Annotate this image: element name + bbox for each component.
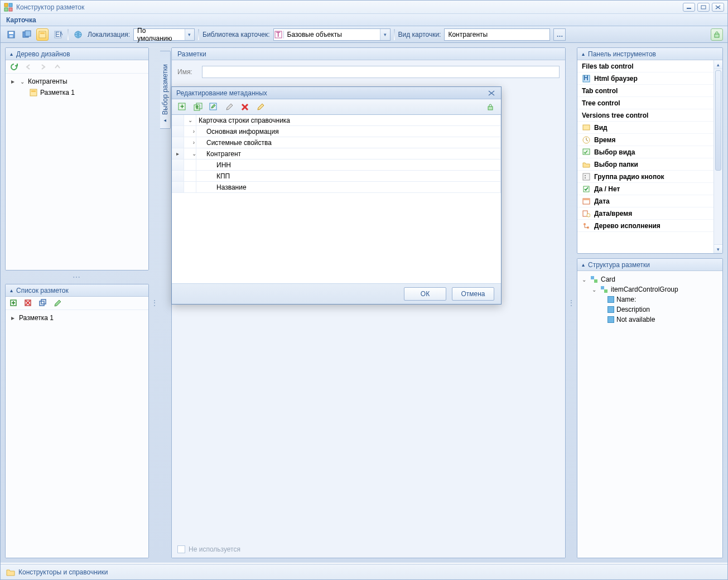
tree-toggle[interactable]: ⌄: [581, 277, 587, 283]
delete-layout-icon[interactable]: [23, 298, 33, 308]
toolbox-item[interactable]: Вид: [577, 122, 713, 134]
tree-node-root[interactable]: Контрагенты: [28, 78, 68, 85]
svg-rect-0: [4, 3, 8, 7]
dialog-close-icon[interactable]: [486, 89, 496, 98]
delete-row-icon[interactable]: [239, 101, 251, 113]
toolbox-item[interactable]: Files tab control: [577, 60, 713, 72]
structure-node-card[interactable]: Card: [601, 276, 615, 283]
edit-row-icon[interactable]: [208, 101, 220, 113]
structure-node[interactable]: Name:: [616, 296, 636, 303]
dialog-titlebar[interactable]: Редактирование метаданных: [172, 87, 501, 99]
save-icon[interactable]: [5, 28, 17, 41]
structure-node[interactable]: Description: [616, 306, 650, 313]
globe-icon[interactable]: [72, 28, 84, 41]
tree-node-child[interactable]: Разметка 1: [40, 89, 75, 96]
grid-cell[interactable]: Системные свойства: [206, 139, 272, 147]
tree-toggle[interactable]: ⌄: [591, 287, 597, 293]
scrollbar[interactable]: ▴ ▾: [713, 60, 722, 253]
layouts-list[interactable]: ▸ Разметка 1: [6, 310, 148, 326]
lock-icon[interactable]: [484, 101, 496, 113]
designs-panel-header[interactable]: ▴ Дерево дизайнов: [6, 48, 148, 60]
toolbox-item[interactable]: Группа радио кнопок: [577, 171, 713, 183]
toolbox-item[interactable]: Дата: [577, 195, 713, 207]
scroll-down-icon[interactable]: ▾: [714, 244, 722, 253]
toolbox-item[interactable]: Дата/время: [577, 207, 713, 220]
datetime-icon: [582, 209, 591, 218]
center-header: Разметки: [172, 48, 565, 60]
maximize-button[interactable]: [697, 3, 710, 12]
grid-cell[interactable]: Основная информация: [206, 128, 279, 136]
row-indicator-icon: ▸: [9, 314, 17, 322]
svg-rect-20: [715, 34, 719, 37]
menu-card[interactable]: Карточка: [6, 16, 36, 24]
ellipsis-button[interactable]: …: [553, 28, 566, 41]
toolbox-panel-header[interactable]: ▴ Панель инструментов: [577, 48, 722, 60]
splitter-v[interactable]: [569, 47, 573, 558]
cardtype-combo[interactable]: Контрагенты: [444, 28, 550, 41]
toolbox-item[interactable]: Да / Нет: [577, 183, 713, 195]
scroll-thumb[interactable]: [715, 70, 721, 171]
chevron-down-icon[interactable]: ▾: [380, 29, 390, 40]
layout-item-icon: [29, 88, 38, 97]
chevron-up-icon: ▴: [582, 51, 585, 57]
grid-cell[interactable]: Контрагент: [206, 150, 241, 158]
localization-combo[interactable]: По умолчанию ▾: [133, 28, 195, 41]
grid-cell[interactable]: КПП: [216, 172, 230, 180]
library-label: Библиотека карточек:: [203, 31, 269, 38]
grid-cell[interactable]: Карточка строки справочника: [199, 117, 290, 124]
svg-rect-29: [40, 301, 44, 306]
chevron-icon: ▸: [162, 118, 168, 124]
svg-rect-2: [4, 8, 8, 11]
structure-tree[interactable]: ⌄Card ⌄itemCardControlGroup Name: Descri…: [577, 271, 722, 558]
toolbox-item[interactable]: Время: [577, 134, 713, 146]
structure-panel-header[interactable]: ▴ Структура разметки: [577, 259, 722, 271]
add-layout-icon[interactable]: [9, 298, 19, 308]
clear-icon[interactable]: [254, 101, 267, 113]
library-combo[interactable]: T Базовые объекты ▾: [273, 28, 390, 41]
side-tab-layout-select[interactable]: ▸ Выбор разметки: [160, 51, 171, 129]
layout-list-item[interactable]: Разметка 1: [19, 314, 54, 322]
lock-icon[interactable]: [711, 28, 723, 41]
structure-node-group[interactable]: itemCardControlGroup: [611, 286, 678, 293]
save-all-icon[interactable]: [21, 28, 33, 41]
metadata-grid[interactable]: ⌄Карточка строки справочника ›Основная и…: [172, 115, 501, 284]
toolbox-item[interactable]: Выбор вида: [577, 146, 713, 158]
localize-icon[interactable]: EN: [52, 28, 64, 41]
library-type-icon: T: [274, 31, 284, 38]
name-input[interactable]: [202, 66, 560, 78]
cancel-button[interactable]: Отмена: [452, 287, 494, 301]
view-icon: [582, 123, 591, 132]
structure-node[interactable]: Not available: [616, 316, 655, 323]
minimize-button[interactable]: [683, 3, 695, 12]
grid-cell[interactable]: ИНН: [216, 161, 231, 169]
not-used-checkbox[interactable]: [177, 545, 185, 553]
designs-tree[interactable]: ▸ ⌄ Контрагенты Разметка 1: [6, 74, 148, 100]
chevron-down-icon[interactable]: ▾: [185, 29, 194, 40]
rename-icon[interactable]: [223, 101, 235, 113]
toolbox-panel-title: Панель инструментов: [588, 50, 656, 58]
add-child-icon[interactable]: +: [192, 101, 204, 113]
toolbox-list[interactable]: Files tab control HHtml браузер Tab cont…: [577, 60, 713, 253]
splitter-v[interactable]: [152, 47, 157, 558]
copy-layout-icon[interactable]: [38, 298, 48, 308]
add-row-icon[interactable]: +: [176, 101, 189, 113]
toolbox-item[interactable]: Tab control: [577, 85, 713, 97]
refresh-icon[interactable]: [9, 62, 19, 72]
layouts-panel-header[interactable]: ▴ Список разметок: [6, 284, 148, 297]
toolbox-item[interactable]: HHtml браузер: [577, 72, 713, 85]
status-label[interactable]: Конструкторы и справочники: [18, 568, 108, 576]
edit-layout-icon[interactable]: [52, 298, 62, 308]
design-mode-icon[interactable]: [36, 28, 49, 41]
scroll-up-icon[interactable]: ▴: [714, 60, 722, 69]
structure-panel: ▴ Структура разметки ⌄Card ⌄itemCardCont…: [577, 258, 723, 558]
toolbox-item[interactable]: Versions tree control: [577, 109, 713, 122]
grid-cell[interactable]: Название: [216, 183, 247, 191]
toolbox-item[interactable]: Выбор папки: [577, 158, 713, 171]
tree-toggle[interactable]: ⌄: [19, 79, 26, 85]
splitter-h[interactable]: [5, 275, 149, 279]
close-button[interactable]: [712, 3, 724, 12]
toolbox-item[interactable]: Tree control: [577, 97, 713, 109]
ok-button[interactable]: ОК: [404, 287, 446, 301]
svg-point-44: [584, 223, 586, 225]
toolbox-item[interactable]: Дерево исполнения: [577, 220, 713, 232]
